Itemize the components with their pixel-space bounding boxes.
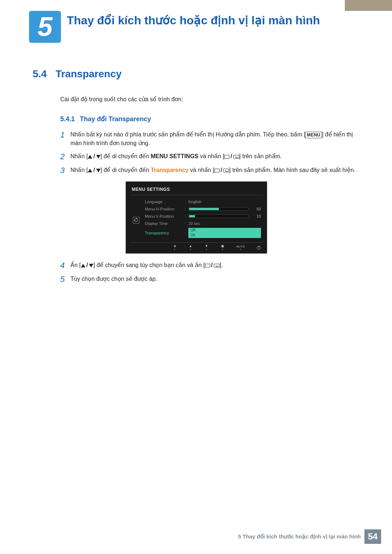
colon: :: [185, 231, 188, 235]
triangle-up-icon: [88, 169, 92, 172]
osd-slider-value: 50: [252, 207, 261, 211]
text: Ấn [: [70, 262, 81, 268]
slash: /: [220, 166, 223, 175]
step-body: Nhấn bất kỳ nút nào ở phía trước sản phẩ…: [70, 130, 359, 148]
text: và nhấn [: [199, 153, 224, 159]
text: ] trên sản phẩm.: [239, 153, 282, 159]
osd-panel: MENU SETTINGS Language : English Menu H-…: [126, 181, 267, 254]
subsection-title: Thay đổi Transparency: [80, 115, 151, 123]
osd-slider-value: 10: [252, 214, 261, 218]
osd-value: Off On: [188, 228, 261, 238]
step-3: 3 Nhấn [/] để di chuyển đến Transparency…: [60, 166, 359, 175]
osd-row-vposition: Menu V-Position : 10: [143, 213, 263, 220]
triangle-down-icon: [96, 155, 101, 159]
osd-slider: [188, 207, 249, 211]
colon: :: [185, 207, 188, 211]
osd-value: English: [188, 200, 261, 204]
step-body: Nhấn [/] để di chuyển đến Transparency v…: [70, 166, 359, 175]
step-5: 5 Tùy chọn được chọn sẽ được áp.: [60, 275, 359, 284]
osd-figure: MENU SETTINGS Language : English Menu H-…: [126, 181, 359, 254]
page-content: 5.4Transparency Cài đặt độ trong suốt ch…: [0, 43, 392, 284]
slash: /: [92, 152, 96, 161]
text: ] để di chuyển đến: [101, 167, 151, 173]
osd-body: Language : English Menu H-Position : 50: [130, 195, 263, 239]
osd-option-box: Off On: [188, 228, 261, 238]
header-accent-bar: [345, 0, 392, 11]
osd-slider-fill: [189, 215, 195, 217]
section-title: Transparency: [56, 68, 122, 79]
subsection-heading: 5.4.1Thay đổi Transparency: [60, 115, 359, 123]
osd-category-icon-column: [130, 198, 143, 239]
osd-power-button: [254, 246, 263, 250]
source-icon: [205, 264, 210, 267]
osd-option-off: Off: [191, 228, 259, 233]
power-icon: [257, 246, 261, 250]
chapter-header: 5 Thay đổi kích thước hoặc định vị lại m…: [0, 0, 392, 43]
osd-label: Language: [145, 200, 185, 204]
osd-nav-enter: ▣▾: [218, 245, 227, 251]
section-heading: 5.4Transparency: [33, 68, 359, 80]
step-number: 1: [60, 130, 70, 140]
osd-slider-fill: [189, 208, 219, 210]
slash: /: [210, 261, 214, 270]
osd-label: Transparency: [145, 231, 185, 235]
osd-slider: [188, 214, 249, 218]
keyword-transparency: Transparency: [151, 167, 188, 173]
osd-value: 20 sec: [188, 221, 261, 226]
step-body: Tùy chọn được chọn sẽ được áp.: [70, 275, 359, 283]
menu-button-label: MENU: [305, 132, 322, 138]
slash: /: [229, 152, 233, 161]
enter-icon: [223, 169, 229, 172]
osd-nav-down: ▼▾: [202, 245, 211, 251]
osd-nav-up: ▲▾: [186, 245, 195, 251]
step-number: 2: [60, 152, 70, 161]
page-number-badge: 54: [364, 529, 381, 544]
osd-auto-button: AUTO▾: [234, 245, 247, 251]
chapter-title: Thay đổi kích thước hoặc định vị lại màn…: [67, 11, 320, 28]
source-icon: [224, 155, 229, 159]
triangle-up-icon: [81, 264, 85, 267]
menu-settings-icon: [133, 217, 139, 223]
text: ] trên sản phẩm. Màn hình sau đây sẽ xuấ…: [229, 167, 355, 173]
osd-label: Menu V-Position: [145, 214, 185, 218]
step-number: 4: [60, 261, 70, 270]
section-number: 5.4: [33, 68, 47, 80]
osd-row-hposition: Menu H-Position : 50: [143, 205, 263, 213]
step-2: 2 Nhấn [/] để di chuyển đến MENU SETTING…: [60, 152, 359, 161]
slash: /: [92, 166, 96, 175]
osd-option-on: On: [191, 233, 259, 237]
osd-rows: Language : English Menu H-Position : 50: [143, 198, 263, 239]
step-list: 1 Nhấn bất kỳ nút nào ở phía trước sản p…: [60, 130, 359, 284]
footer-text: 5 Thay đổi kích thước hoặc định vị lại m…: [238, 533, 361, 540]
page-footer: 5 Thay đổi kích thước hoặc định vị lại m…: [238, 529, 381, 544]
osd-nav-left: ◄▾: [170, 245, 179, 251]
slash: /: [85, 261, 89, 270]
triangle-down-icon: [96, 169, 101, 172]
text: ] để chuyển sang tùy chọn bạn cần và ấn …: [93, 262, 205, 268]
osd-row-language: Language : English: [143, 198, 263, 205]
osd-label: Display Time: [145, 221, 185, 226]
enter-icon: [233, 155, 239, 159]
subsection-number: 5.4.1: [60, 115, 75, 123]
osd-value: 50: [188, 207, 261, 211]
source-icon: [215, 169, 220, 172]
text: ].: [220, 262, 223, 268]
osd-value: 10: [188, 214, 261, 218]
keyword-menu-settings: MENU SETTINGS: [151, 153, 199, 159]
step-1: 1 Nhấn bất kỳ nút nào ở phía trước sản p…: [60, 130, 359, 148]
text: ] để di chuyển đến: [101, 153, 151, 159]
text: và nhấn [: [188, 167, 214, 173]
osd-title: MENU SETTINGS: [130, 185, 263, 195]
osd-label: Menu H-Position: [145, 207, 185, 211]
colon: :: [185, 200, 188, 204]
step-number: 5: [60, 275, 70, 284]
text: Nhấn bất kỳ nút nào ở phía trước sản phẩ…: [70, 131, 305, 138]
triangle-down-icon: [89, 264, 93, 267]
chapter-number-badge: 5: [29, 11, 61, 43]
colon: :: [185, 214, 188, 218]
osd-row-transparency: Transparency : Off On: [143, 227, 263, 239]
osd-row-displaytime: Display Time : 20 sec: [143, 220, 263, 227]
step-4: 4 Ấn [/] để chuyển sang tùy chọn bạn cần…: [60, 261, 359, 270]
step-number: 3: [60, 166, 70, 175]
osd-button-row: ◄▾ ▲▾ ▼▾ ▣▾ AUTO▾: [130, 242, 263, 251]
